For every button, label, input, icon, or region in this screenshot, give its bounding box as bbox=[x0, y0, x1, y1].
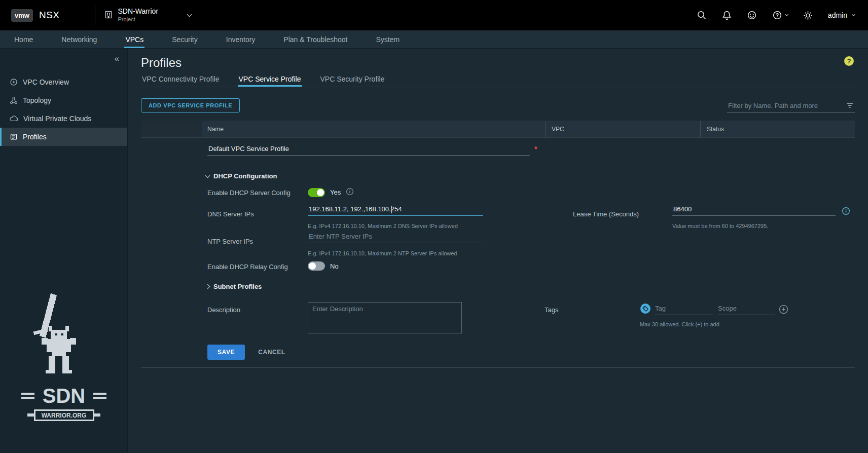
add-vpc-service-profile-button[interactable]: ADD VPC SERVICE PROFILE bbox=[141, 98, 240, 112]
main-content: Profiles ? VPC Connectivity Profile VPC … bbox=[128, 49, 868, 453]
lease-time-input[interactable] bbox=[672, 204, 836, 216]
nav-item-networking[interactable]: Networking bbox=[60, 30, 98, 48]
project-names: SDN-Warrior Project bbox=[118, 7, 158, 23]
profiles-table-header: Name VPC Status bbox=[141, 121, 855, 138]
chevron-down-icon bbox=[785, 13, 788, 16]
product-name: NSX bbox=[39, 10, 60, 21]
section-title: Subnet Profiles bbox=[213, 283, 262, 290]
collapse-sidebar-icon[interactable]: « bbox=[115, 54, 119, 64]
nav-item-home[interactable]: Home bbox=[13, 30, 34, 48]
topology-icon bbox=[10, 96, 18, 104]
ntp-server-ips-input[interactable] bbox=[308, 232, 483, 243]
required-marker: * bbox=[534, 145, 537, 153]
sidebar-item-label: Topology bbox=[23, 96, 51, 104]
enable-dhcp-server-value: Yes bbox=[330, 188, 341, 196]
vpc-overview-icon bbox=[10, 78, 18, 86]
lease-time-hint: Value must be from 60 to 4294967295. bbox=[672, 223, 768, 229]
column-header-status[interactable]: Status bbox=[700, 121, 855, 137]
theme-sun-icon[interactable] bbox=[803, 11, 813, 20]
help-glyph: ? bbox=[776, 13, 779, 18]
enable-dhcp-relay-label: Enable DHCP Relay Config bbox=[207, 263, 288, 271]
search-icon[interactable] bbox=[697, 10, 707, 20]
nav-item-plan-troubleshoot[interactable]: Plan & Troubleshoot bbox=[282, 30, 348, 48]
section-title: DHCP Configuration bbox=[213, 172, 277, 180]
sidebar-item-label: Profiles bbox=[23, 133, 47, 141]
nav-item-inventory[interactable]: Inventory bbox=[225, 30, 257, 48]
nav-item-security[interactable]: Security bbox=[171, 30, 199, 48]
chevron-right-icon bbox=[205, 284, 210, 289]
vpc-service-profile-form: * DHCP Configuration Enable DHCP Server … bbox=[141, 138, 855, 368]
lease-time-label: Lease Time (Seconds) bbox=[573, 210, 639, 218]
dhcp-configuration-section-toggle[interactable]: DHCP Configuration bbox=[206, 172, 277, 180]
tag-icon bbox=[640, 303, 651, 316]
description-textarea[interactable] bbox=[308, 302, 462, 333]
info-icon[interactable] bbox=[842, 207, 850, 217]
scope-input[interactable] bbox=[717, 304, 775, 315]
subnet-profiles-section-toggle[interactable]: Subnet Profiles bbox=[206, 283, 262, 290]
tags-label: Tags bbox=[545, 306, 558, 314]
enable-dhcp-relay-value: No bbox=[330, 262, 339, 270]
building-icon bbox=[104, 10, 113, 21]
nav-item-vpcs[interactable]: VPCs bbox=[124, 30, 144, 48]
tab-vpc-service-profile[interactable]: VPC Service Profile bbox=[238, 73, 302, 87]
row-gutter bbox=[141, 121, 202, 137]
project-name: SDN-Warrior bbox=[118, 7, 158, 16]
filter-icon[interactable] bbox=[846, 102, 854, 110]
sidebar-item-virtual-private-clouds[interactable]: Virtual Private Clouds bbox=[0, 109, 127, 128]
tab-vpc-security-profile[interactable]: VPC Security Profile bbox=[319, 73, 385, 87]
page-help-glyph: ? bbox=[847, 58, 851, 65]
sidebar-item-vpc-overview[interactable]: VPC Overview bbox=[0, 73, 127, 91]
toggle-knob bbox=[317, 189, 324, 196]
watermark-subtitle: WARRIOR.ORG bbox=[42, 412, 87, 419]
column-label: Status bbox=[707, 126, 724, 133]
enable-dhcp-server-toggle[interactable] bbox=[308, 188, 325, 197]
watermark-title: SDN bbox=[43, 385, 85, 407]
sidebar-item-label: Virtual Private Clouds bbox=[23, 115, 91, 123]
toggle-knob bbox=[309, 262, 316, 270]
vmware-logo: vmw bbox=[11, 9, 33, 22]
tab-vpc-connectivity-profile[interactable]: VPC Connectivity Profile bbox=[141, 73, 221, 87]
nav-item-system[interactable]: System bbox=[375, 30, 401, 48]
enable-dhcp-relay-toggle[interactable] bbox=[308, 261, 325, 271]
tag-input[interactable] bbox=[654, 304, 713, 315]
sidebar-item-profiles[interactable]: Profiles bbox=[0, 128, 127, 146]
topbar-actions: ? admin bbox=[697, 10, 855, 20]
chevron-down-icon bbox=[852, 13, 855, 16]
cloud-icon bbox=[10, 115, 18, 122]
project-selector[interactable]: SDN-Warrior Project bbox=[95, 5, 191, 25]
sidebar-item-label: VPC Overview bbox=[23, 78, 69, 86]
ntp-server-ips-hint: E.g. IPv4 172.16.10.10, Maximum 2 NTP Se… bbox=[308, 250, 457, 256]
dns-server-ips-hint: E.g. IPv4 172.16.10.10, Maximum 2 DNS Se… bbox=[308, 223, 458, 229]
feedback-smiley-icon[interactable] bbox=[747, 10, 757, 20]
column-label: Name bbox=[207, 126, 224, 133]
chevron-down-icon bbox=[187, 12, 192, 17]
column-header-name[interactable]: Name bbox=[141, 121, 545, 137]
user-menu[interactable]: admin bbox=[828, 11, 855, 19]
add-tag-plus-icon[interactable] bbox=[779, 305, 788, 314]
help-menu-icon[interactable]: ? bbox=[772, 10, 788, 20]
profile-name-input[interactable] bbox=[207, 144, 530, 156]
description-label: Description bbox=[207, 306, 240, 314]
profile-tabs: VPC Connectivity Profile VPC Service Pro… bbox=[141, 73, 855, 87]
column-header-vpc[interactable]: VPC bbox=[545, 121, 700, 137]
sdn-warrior-watermark: SDN WARRIOR.ORG bbox=[20, 293, 107, 431]
page-help-icon[interactable]: ? bbox=[844, 56, 854, 68]
tags-hint: Max 30 allowed. Click (+) to add. bbox=[640, 321, 721, 327]
column-label: VPC bbox=[552, 126, 564, 133]
save-button[interactable]: SAVE bbox=[207, 345, 245, 360]
ntp-server-ips-label: NTP Server IPs bbox=[207, 238, 253, 245]
profiles-icon bbox=[10, 133, 18, 141]
text-cursor bbox=[391, 206, 392, 213]
cancel-button[interactable]: CANCEL bbox=[258, 349, 285, 356]
info-icon[interactable] bbox=[346, 187, 354, 197]
filter-input[interactable] bbox=[727, 100, 855, 112]
main-nav: Home Networking VPCs Security Inventory … bbox=[0, 30, 868, 49]
dns-server-ips-input[interactable] bbox=[308, 204, 483, 216]
page-title: Profiles bbox=[141, 56, 182, 70]
sidebar-item-topology[interactable]: Topology bbox=[0, 91, 127, 109]
top-bar: vmw NSX SDN-Warrior Project ? admin bbox=[0, 0, 868, 30]
notifications-bell-icon[interactable] bbox=[722, 10, 732, 20]
chevron-down-icon bbox=[205, 173, 210, 178]
filter-box bbox=[727, 100, 855, 112]
enable-dhcp-server-label: Enable DHCP Server Config bbox=[207, 189, 291, 197]
